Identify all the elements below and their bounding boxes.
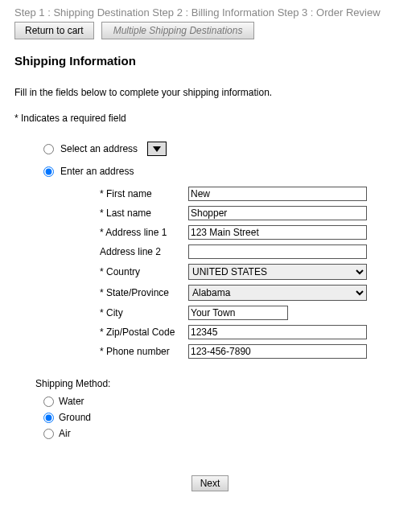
shipping-ground-radio[interactable] (43, 413, 54, 423)
top-button-row: Return to cart Multiple Shipping Destina… (14, 22, 406, 39)
step-1: Step 1 : Shipping Destination (14, 6, 150, 18)
phone-input[interactable] (188, 344, 367, 359)
zip-label: * Zip/Postal Code (100, 327, 188, 338)
step-3: Step 3 : Order Review (278, 6, 381, 18)
enter-address-radio[interactable] (43, 166, 54, 177)
multiple-shipping-button[interactable]: Multiple Shipping Destinations (101, 22, 254, 39)
next-button[interactable]: Next (191, 475, 229, 491)
chevron-down-icon (153, 146, 161, 152)
shipping-method-section: Shipping Method: Water Ground Air (35, 378, 406, 439)
last-name-label: * Last name (100, 207, 188, 219)
enter-address-label: Enter an address (60, 166, 134, 177)
svg-marker-0 (153, 146, 161, 152)
last-name-input[interactable] (188, 206, 367, 220)
shipping-air-radio[interactable] (43, 429, 54, 439)
shipping-method-title: Shipping Method: (35, 378, 406, 389)
country-select[interactable]: UNITED STATES (188, 264, 367, 280)
first-name-label: * First name (100, 188, 188, 199)
intro-text: Fill in the fields below to complete you… (14, 87, 406, 98)
shipping-water-radio[interactable] (43, 396, 54, 407)
shipping-ground-label: Ground (59, 412, 91, 423)
city-label: * City (100, 307, 188, 318)
address1-input[interactable] (188, 225, 367, 240)
select-address-radio[interactable] (43, 144, 54, 154)
address1-label: * Address line 1 (100, 227, 188, 238)
state-select[interactable]: Alabama (188, 285, 367, 301)
state-label: * State/Province (100, 287, 188, 298)
address-dropdown[interactable] (147, 142, 167, 156)
shipping-air-label: Air (59, 428, 71, 439)
required-note: * Indicates a required field (14, 113, 406, 124)
select-address-label: Select an address (60, 143, 138, 154)
address-form: * First name * Last name * Address line … (100, 187, 406, 359)
address2-input[interactable] (188, 244, 367, 259)
address2-label: Address line 2 (100, 246, 188, 257)
city-input[interactable] (188, 306, 288, 320)
return-to-cart-button[interactable]: Return to cart (14, 22, 94, 39)
page-title: Shipping Information (14, 54, 406, 68)
step-2: Step 2 : Billing Information (152, 6, 274, 18)
shipping-water-label: Water (59, 396, 84, 407)
checkout-steps: Step 1 : Shipping Destination Step 2 : B… (14, 6, 406, 18)
phone-label: * Phone number (100, 346, 188, 357)
country-label: * Country (100, 266, 188, 277)
zip-input[interactable] (188, 325, 367, 339)
first-name-input[interactable] (188, 187, 367, 201)
